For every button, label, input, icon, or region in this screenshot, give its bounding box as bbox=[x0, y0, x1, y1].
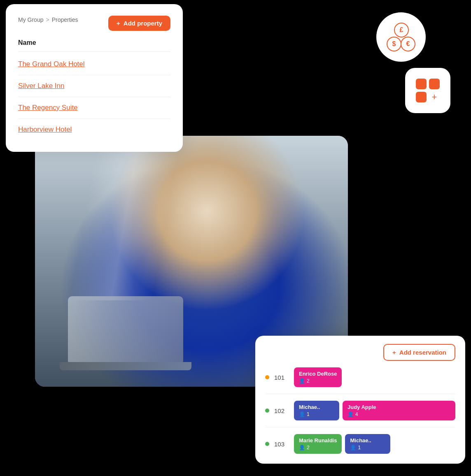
breadcrumb: My Group > Properties bbox=[18, 16, 78, 23]
properties-panel: My Group > Properties + Add property Nam… bbox=[6, 4, 183, 152]
guest-card-michae-1[interactable]: Michae.. 👤 1 bbox=[294, 401, 339, 420]
list-item: Silver Lake Inn bbox=[18, 75, 170, 97]
room-number-103: 103 bbox=[274, 441, 289, 448]
euro-icon: € bbox=[401, 37, 415, 51]
room-number-101: 101 bbox=[274, 374, 289, 381]
name-column-header: Name bbox=[18, 39, 170, 52]
property-link-silver-lake[interactable]: Silver Lake Inn bbox=[18, 82, 64, 90]
currency-icons: £ $ € bbox=[387, 23, 415, 51]
add-property-plus-icon: + bbox=[117, 20, 120, 27]
reservation-grid: 101 Enrico DeRose 👤 2 102 Michae.. 👤 1 bbox=[265, 367, 455, 454]
room-status-dot-103 bbox=[265, 442, 269, 446]
guest-name: Marie Runaldis bbox=[299, 437, 337, 443]
guest-count: 👤 1 bbox=[350, 445, 385, 450]
reservation-header: + Add reservation bbox=[265, 344, 455, 361]
breadcrumb-group: My Group bbox=[18, 16, 43, 23]
add-reservation-plus-icon: + bbox=[392, 349, 396, 356]
add-property-label: Add property bbox=[124, 20, 162, 27]
room-separator bbox=[265, 427, 455, 427]
room-row-102: 102 Michae.. 👤 1 Judy Apple 👤 4 bbox=[265, 401, 455, 420]
person-icon: 👤 bbox=[299, 378, 305, 384]
room-slots-103: Marie Runaldis 👤 2 Michae.. 👤 1 bbox=[294, 434, 455, 454]
apps-bubble: + bbox=[405, 68, 450, 113]
guest-count: 👤 2 bbox=[299, 378, 337, 384]
add-reservation-button[interactable]: + Add reservation bbox=[383, 344, 455, 361]
guest-count: 👤 2 bbox=[299, 445, 337, 450]
app-square-2 bbox=[429, 79, 440, 89]
room-slots-101: Enrico DeRose 👤 2 bbox=[294, 367, 455, 387]
room-status-dot-101 bbox=[265, 375, 269, 379]
property-link-harborview[interactable]: Harborview Hotel bbox=[18, 125, 72, 133]
app-plus-icon: + bbox=[429, 92, 440, 102]
person-icon: 👤 bbox=[350, 445, 356, 450]
dollar-icon: $ bbox=[387, 37, 401, 51]
person-icon: 👤 bbox=[299, 411, 305, 417]
reservation-panel: + Add reservation 101 Enrico DeRose 👤 2 … bbox=[255, 336, 465, 464]
room-separator bbox=[265, 394, 455, 394]
guest-name: Enrico DeRose bbox=[299, 371, 337, 377]
room-status-dot-102 bbox=[265, 409, 269, 413]
room-slots-102: Michae.. 👤 1 Judy Apple 👤 4 bbox=[294, 401, 455, 420]
guest-name: Michae.. bbox=[299, 404, 334, 410]
room-number-102: 102 bbox=[274, 407, 289, 414]
pound-icon: £ bbox=[394, 23, 409, 37]
list-item: The Regency Suite bbox=[18, 97, 170, 119]
guest-name: Michae.. bbox=[350, 437, 385, 443]
property-link-regency[interactable]: The Regency Suite bbox=[18, 104, 78, 111]
property-list: The Grand Oak Hotel Silver Lake Inn The … bbox=[18, 53, 170, 140]
guest-count: 👤 1 bbox=[299, 411, 334, 417]
apps-grid-icon: + bbox=[416, 79, 440, 102]
list-item: Harborview Hotel bbox=[18, 119, 170, 140]
guest-card-judy[interactable]: Judy Apple 👤 4 bbox=[343, 401, 455, 420]
room-row-101: 101 Enrico DeRose 👤 2 bbox=[265, 367, 455, 387]
add-property-button[interactable]: + Add property bbox=[108, 16, 170, 31]
guest-card-enrico[interactable]: Enrico DeRose 👤 2 bbox=[294, 367, 342, 387]
person-icon: 👤 bbox=[299, 445, 305, 450]
add-reservation-label: Add reservation bbox=[399, 349, 446, 356]
list-item: The Grand Oak Hotel bbox=[18, 53, 170, 75]
breadcrumb-separator: > bbox=[46, 16, 49, 23]
guest-count: 👤 4 bbox=[347, 411, 450, 417]
breadcrumb-current: Properties bbox=[52, 16, 78, 23]
app-square-1 bbox=[416, 79, 427, 89]
property-link-grand-oak[interactable]: The Grand Oak Hotel bbox=[18, 60, 85, 68]
room-row-103: 103 Marie Runaldis 👤 2 Michae.. 👤 1 bbox=[265, 434, 455, 454]
guest-name: Judy Apple bbox=[347, 404, 450, 410]
guest-card-marie[interactable]: Marie Runaldis 👤 2 bbox=[294, 434, 342, 454]
app-square-3 bbox=[416, 92, 427, 102]
currency-bubble: £ $ € bbox=[376, 12, 426, 62]
guest-card-michae-2[interactable]: Michae.. 👤 1 bbox=[345, 434, 390, 454]
person-icon: 👤 bbox=[347, 411, 354, 417]
